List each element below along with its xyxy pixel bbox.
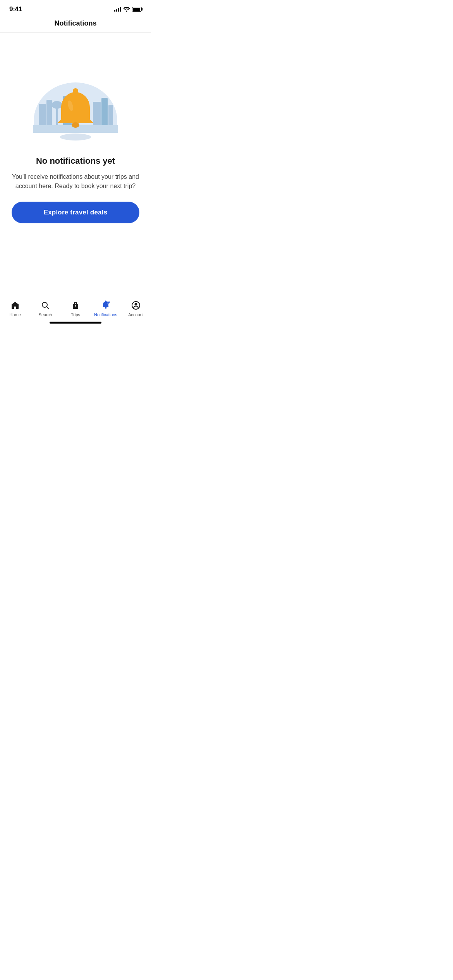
trips-icon xyxy=(70,300,81,311)
empty-state-description: You'll receive notifications about your … xyxy=(12,172,139,191)
nav-label-home: Home xyxy=(9,312,21,317)
svg-point-18 xyxy=(105,307,107,309)
svg-rect-1 xyxy=(39,104,46,127)
svg-point-12 xyxy=(72,122,79,128)
notification-bell-icon xyxy=(100,300,111,311)
status-bar: 9:41 xyxy=(0,0,151,15)
empty-state-title: No notifications yet xyxy=(36,156,115,166)
svg-point-23 xyxy=(135,303,137,306)
svg-rect-9 xyxy=(108,105,113,127)
battery-icon xyxy=(132,7,142,12)
wifi-icon xyxy=(124,7,130,12)
nav-item-home[interactable]: Home xyxy=(3,300,27,317)
home-indicator xyxy=(50,322,101,324)
bottom-navigation: Home Search Trips xyxy=(0,296,151,319)
bell-illustration xyxy=(50,86,101,137)
svg-rect-16 xyxy=(75,305,76,307)
nav-item-account[interactable]: Account xyxy=(124,300,148,317)
svg-rect-8 xyxy=(101,98,108,127)
explore-deals-button[interactable]: Explore travel deals xyxy=(12,202,139,223)
nav-item-notifications[interactable]: Notifications xyxy=(94,300,117,317)
status-time: 9:41 xyxy=(9,5,22,13)
search-icon xyxy=(40,300,51,311)
status-icons xyxy=(114,7,142,12)
empty-state-illustration xyxy=(29,59,122,144)
account-icon xyxy=(130,300,141,311)
nav-item-search[interactable]: Search xyxy=(34,300,57,317)
page-title-container: Notifications xyxy=(0,15,151,33)
svg-point-11 xyxy=(73,88,78,94)
nav-item-trips[interactable]: Trips xyxy=(64,300,87,317)
svg-point-21 xyxy=(107,302,109,303)
page-title: Notifications xyxy=(8,19,143,27)
signal-icon xyxy=(114,7,121,12)
home-icon xyxy=(10,300,21,311)
nav-label-search: Search xyxy=(39,312,52,317)
svg-point-17 xyxy=(105,301,106,302)
nav-label-trips: Trips xyxy=(71,312,80,317)
nav-label-notifications: Notifications xyxy=(94,312,117,317)
nav-label-account: Account xyxy=(128,312,144,317)
main-content: No notifications yet You'll receive noti… xyxy=(0,33,151,258)
